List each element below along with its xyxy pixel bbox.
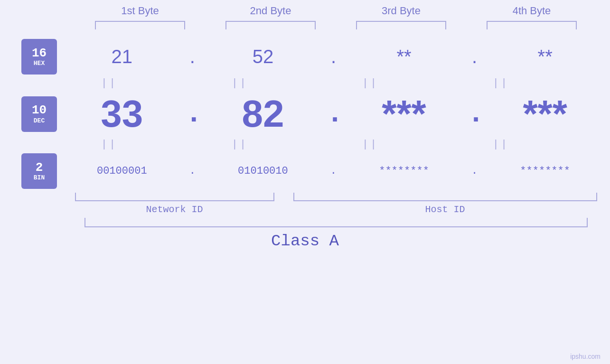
bin-row: 2 BIN 00100001 . 01010010 . ******** . *…	[0, 153, 610, 189]
dec-row: 10 DEC 33 . 82 . *** . ***	[0, 92, 610, 136]
dec-badge-num: 10	[32, 103, 47, 117]
dec-dot1: .	[185, 98, 199, 130]
dec-b4: ***	[497, 92, 592, 136]
bin-b4: ********	[497, 165, 592, 177]
hex-badge-num: 16	[32, 47, 47, 60]
bin-dot2: .	[326, 165, 340, 177]
hex-badge: 16 HEX	[21, 39, 57, 75]
network-bracket	[75, 193, 274, 201]
bin-badge-label: BIN	[34, 174, 45, 181]
bin-dot3: .	[468, 165, 482, 177]
dec-b3: ***	[357, 92, 451, 136]
eq1-b1: ||	[62, 77, 157, 89]
top-brackets	[75, 21, 597, 29]
byte-headers: 1st Byte 2nd Byte 3rd Byte 4th Byte	[75, 5, 597, 17]
dec-dot2: .	[326, 98, 340, 130]
network-id-label: Network ID	[75, 204, 274, 215]
hex-dot3: .	[468, 46, 482, 67]
byte1-header: 1st Byte	[88, 5, 192, 17]
hex-dot2: .	[326, 46, 340, 67]
host-bracket	[293, 193, 597, 201]
bin-badge-num: 2	[36, 161, 43, 175]
hex-b1: 21	[75, 46, 169, 67]
hex-b4: **	[497, 46, 592, 67]
host-id-label: Host ID	[293, 204, 597, 215]
eq2-b1: ||	[62, 139, 157, 150]
dec-values: 33 . 82 . *** . ***	[57, 92, 610, 136]
bracket-b4	[487, 21, 577, 29]
bin-badge: 2 BIN	[21, 153, 57, 189]
main-container: 1st Byte 2nd Byte 3rd Byte 4th Byte 16 H…	[0, 0, 610, 364]
hex-badge-label: HEX	[34, 60, 45, 67]
eq2-b3: ||	[323, 139, 418, 150]
bracket-b2	[225, 21, 316, 29]
bin-b2: 01010010	[216, 165, 310, 177]
bin-b3: ********	[357, 165, 451, 177]
dec-b2: 82	[216, 92, 310, 136]
bottom-bracket-row	[75, 193, 597, 201]
id-labels-row: Network ID Host ID	[75, 204, 597, 215]
eq1-b2: ||	[192, 77, 287, 89]
hex-row: 16 HEX 21 . 52 . ** . **	[0, 39, 610, 75]
hex-values: 21 . 52 . ** . **	[57, 46, 610, 67]
byte4-header: 4th Byte	[479, 5, 584, 17]
dec-dot3: .	[468, 98, 482, 130]
eq2-b4: ||	[453, 139, 548, 150]
hex-dot1: .	[185, 46, 199, 67]
bin-values: 00100001 . 01010010 . ******** . *******…	[57, 165, 610, 177]
byte3-header: 3rd Byte	[349, 5, 453, 17]
dec-b1: 33	[75, 92, 169, 136]
equals-row-2: || || || ||	[44, 139, 566, 150]
bin-b1: 00100001	[75, 165, 169, 177]
eq1-b3: ||	[323, 77, 418, 89]
outer-bracket	[84, 218, 588, 227]
hex-b3: **	[357, 46, 451, 67]
bracket-b1	[95, 21, 185, 29]
hex-b2: 52	[216, 46, 310, 67]
byte2-header: 2nd Byte	[218, 5, 323, 17]
eq2-b2: ||	[192, 139, 287, 150]
dec-badge: 10 DEC	[21, 96, 57, 132]
bracket-b3	[356, 21, 446, 29]
equals-row-1: || || || ||	[44, 77, 566, 89]
eq1-b4: ||	[453, 77, 548, 89]
dec-badge-label: DEC	[34, 117, 45, 124]
watermark: ipshu.com	[570, 353, 601, 360]
bin-dot1: .	[185, 165, 199, 177]
class-label: Class A	[271, 232, 339, 250]
